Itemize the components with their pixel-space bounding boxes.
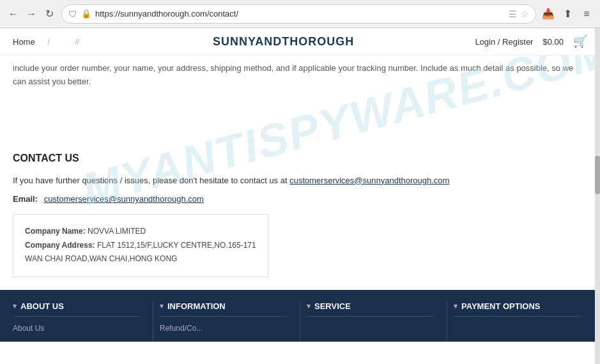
more-icon[interactable]: ≡ [580, 7, 594, 21]
footer-about-us-content: About Us [13, 322, 140, 336]
contact-body: If you have further questions / issues, … [13, 173, 587, 188]
pocket-icon[interactable]: 📥 [541, 7, 555, 21]
company-address-value: FLAT 1512,15/F,LUCKY CENTRE,NO.165-171 [97, 241, 256, 250]
url-input[interactable] [95, 9, 505, 19]
footer-service-label: SERVICE [314, 301, 351, 311]
back-button[interactable]: ← [6, 7, 20, 21]
site-logo[interactable]: SUNNYANDTHOROUGH [213, 35, 354, 49]
site-header-right: Login / Register $0.00 🛒 [475, 34, 587, 49]
cart-icon[interactable]: 🛒 [573, 34, 587, 49]
nav-separator-2: // [75, 38, 79, 45]
email-address-link[interactable]: customerservices@sunnyandthorough.com [44, 194, 204, 204]
main-content: MYANTISPYWARE.COM include your order num… [0, 56, 600, 290]
reader-icon: ☰ [509, 9, 517, 19]
chevron-info-icon: ▾ [160, 302, 164, 310]
chevron-about-icon: ▾ [13, 302, 17, 310]
nav-home[interactable]: Home [13, 37, 35, 47]
footer-divider-2 [300, 301, 300, 342]
browser-nav-buttons: ← → ↻ [6, 7, 56, 21]
footer-col-payment: ▾ PAYMENT OPTIONS [454, 301, 587, 342]
contact-email-link[interactable]: customerservices@sunnyandthorough.com [289, 176, 449, 185]
lock-icon: 🔒 [81, 9, 91, 19]
footer-divider-1 [153, 301, 153, 342]
login-register-link[interactable]: Login / Register [475, 37, 533, 47]
browser-action-icons: 📥 ⬆ ≡ [541, 7, 594, 21]
site-nav: Home / // [13, 37, 92, 47]
chevron-payment-icon: ▾ [454, 302, 458, 310]
email-label: Email: [13, 194, 38, 204]
footer-col-information: ▾ INFORMATION Refund/Co... [160, 301, 293, 342]
bookmark-star-icon[interactable]: ☆ [521, 9, 529, 19]
footer-payment-label: PAYMENT OPTIONS [461, 301, 541, 311]
refresh-button[interactable]: ↻ [42, 7, 56, 21]
footer-information-title[interactable]: ▾ INFORMATION [160, 301, 287, 317]
footer-about-us-link[interactable]: About Us [13, 324, 44, 333]
site-footer: ▾ ABOUT US About Us ▾ INFORMATION Refund… [0, 290, 600, 342]
company-name-value: NOVVA LIMITED [88, 227, 146, 236]
footer-payment-title[interactable]: ▾ PAYMENT OPTIONS [454, 301, 581, 317]
forward-button[interactable]: → [24, 7, 38, 21]
intro-text: include your order number, your name, yo… [13, 62, 587, 89]
nav-separator-1: / [48, 38, 50, 45]
footer-col-about-us: ▾ ABOUT US About Us [13, 301, 146, 342]
footer-columns: ▾ ABOUT US About Us ▾ INFORMATION Refund… [13, 301, 587, 342]
company-address-line2: WAN CHAI ROAD,WAN CHAI,HONG KONG [25, 254, 177, 263]
company-address-label: Company Address: [25, 241, 95, 250]
scrollbar-thumb[interactable] [595, 156, 600, 194]
footer-service-title[interactable]: ▾ SERVICE [307, 301, 434, 317]
site-header: Home / // SUNNYANDTHOROUGH Login / Regis… [0, 28, 600, 56]
shield-icon: 🛡 [68, 9, 77, 19]
footer-information-label: INFORMATION [167, 301, 226, 311]
contact-heading: CONTACT US [13, 153, 587, 164]
share-icon[interactable]: ⬆ [560, 7, 574, 21]
footer-about-us-label: ABOUT US [20, 301, 64, 311]
cart-price: $0.00 [542, 37, 564, 47]
chevron-service-icon: ▾ [307, 302, 311, 310]
company-name-label: Company Name: [25, 227, 86, 236]
address-bar[interactable]: 🛡 🔒 ☰ ☆ [61, 4, 536, 24]
email-line: Email: customerservices@sunnyandthorough… [13, 194, 587, 204]
footer-divider-3 [447, 301, 447, 342]
company-info-box: Company Name: NOVVA LIMITED Company Addr… [13, 214, 268, 277]
footer-refund-link[interactable]: Refund/Co... [160, 324, 203, 333]
browser-chrome: ← → ↻ 🛡 🔒 ☰ ☆ 📥 ⬆ ≡ [0, 0, 600, 28]
footer-col-service: ▾ SERVICE [307, 301, 440, 342]
footer-information-content: Refund/Co... [160, 322, 287, 336]
footer-about-us-title[interactable]: ▾ ABOUT US [13, 301, 140, 317]
scrollbar[interactable] [595, 28, 600, 342]
